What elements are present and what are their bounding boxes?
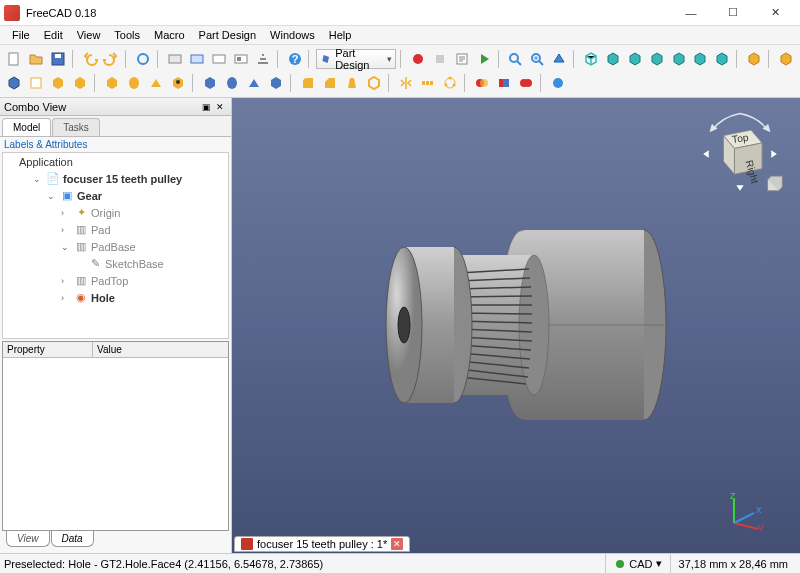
combo-view-panel: Combo View ▣ ✕ Model Tasks Labels & Attr…	[0, 98, 232, 553]
toolbar-button[interactable]	[209, 49, 229, 69]
viewport-tab-label: focuser 15 teeth pulley : 1*	[257, 538, 387, 550]
origin-icon: ✦	[74, 206, 88, 220]
svg-rect-12	[436, 55, 444, 63]
maximize-button[interactable]: ☐	[712, 2, 754, 24]
zoom-select-button[interactable]	[527, 49, 547, 69]
run-macro-button[interactable]	[474, 49, 494, 69]
3d-viewport[interactable]: Top Right z y x focuser 15 teeth pu	[232, 98, 800, 553]
menu-macro[interactable]: Macro	[148, 27, 191, 43]
view-right-button[interactable]	[647, 49, 667, 69]
app-logo-icon	[4, 5, 20, 21]
measure-button[interactable]	[744, 49, 764, 69]
tree-padtop[interactable]: ›▥PadTop	[59, 272, 228, 289]
map-sketch-button[interactable]	[70, 73, 90, 93]
record-macro-button[interactable]	[408, 49, 428, 69]
property-panel: Property Value View Data	[2, 341, 229, 551]
tree-body-gear[interactable]: ⌄▣Gear	[45, 187, 228, 204]
svg-point-3	[138, 54, 148, 64]
redo-button[interactable]	[101, 49, 121, 69]
undo-button[interactable]	[80, 49, 100, 69]
help-icon[interactable]: ?	[285, 49, 305, 69]
subtractive-loft-button[interactable]	[244, 73, 264, 93]
toolbar-button[interactable]	[187, 49, 207, 69]
tab-data[interactable]: Data	[51, 531, 94, 547]
refresh-button[interactable]	[133, 49, 153, 69]
panel-float-button[interactable]: ▣	[199, 100, 213, 114]
viewport-tab[interactable]: focuser 15 teeth pulley : 1* ✕	[234, 536, 410, 552]
pocket-button[interactable]	[200, 73, 220, 93]
thickness-button[interactable]	[364, 73, 384, 93]
open-file-button[interactable]	[26, 49, 46, 69]
toggle-part-button[interactable]	[776, 49, 796, 69]
tab-tasks[interactable]: Tasks	[52, 118, 100, 136]
groove-button[interactable]	[222, 73, 242, 93]
chamfer-button[interactable]	[320, 73, 340, 93]
svg-rect-6	[213, 55, 225, 63]
tab-model[interactable]: Model	[2, 118, 51, 136]
toolbar-button[interactable]	[165, 49, 185, 69]
hole-icon: ◉	[74, 291, 88, 305]
svg-rect-30	[503, 79, 509, 87]
boolean-button[interactable]	[472, 73, 492, 93]
fillet-button[interactable]	[298, 73, 318, 93]
tree-hole[interactable]: ›◉Hole	[59, 289, 228, 306]
new-body-button[interactable]	[4, 73, 24, 93]
menu-tools[interactable]: Tools	[108, 27, 146, 43]
stop-macro-button[interactable]	[430, 49, 450, 69]
draw-style-button[interactable]	[549, 49, 569, 69]
tree-origin[interactable]: ›✦Origin	[59, 204, 228, 221]
subtractive-hole-button[interactable]	[266, 73, 286, 93]
pad-button[interactable]	[102, 73, 122, 93]
zoom-fit-button[interactable]	[506, 49, 526, 69]
property-grid[interactable]: Property Value	[2, 341, 229, 531]
view-rear-button[interactable]	[669, 49, 689, 69]
title-bar: FreeCAD 0.18 — ☐ ✕	[0, 0, 800, 26]
save-button[interactable]	[48, 49, 68, 69]
tree-padbase[interactable]: ⌄▥PadBase	[59, 238, 228, 255]
viewport-tab-close[interactable]: ✕	[391, 538, 403, 550]
document-icon: 📄	[46, 172, 60, 186]
new-sketch-button[interactable]	[26, 73, 46, 93]
minimize-button[interactable]: —	[670, 2, 712, 24]
menu-windows[interactable]: Windows	[264, 27, 321, 43]
view-top-button[interactable]	[625, 49, 645, 69]
view-iso-button[interactable]	[581, 49, 601, 69]
menu-partdesign[interactable]: Part Design	[193, 27, 262, 43]
toolbar-button[interactable]	[231, 49, 251, 69]
loft-button[interactable]	[146, 73, 166, 93]
boolean-common-button[interactable]	[516, 73, 536, 93]
revolution-button[interactable]	[124, 73, 144, 93]
mirror-button[interactable]	[396, 73, 416, 93]
menu-help[interactable]: Help	[323, 27, 358, 43]
view-front-button[interactable]	[603, 49, 623, 69]
toolbar-button[interactable]	[253, 49, 273, 69]
view-left-button[interactable]	[712, 49, 732, 69]
polar-pattern-button[interactable]	[440, 73, 460, 93]
edit-sketch-button[interactable]	[48, 73, 68, 93]
navigation-cube[interactable]: Top Right	[694, 108, 786, 200]
close-button[interactable]: ✕	[754, 2, 796, 24]
menu-view[interactable]: View	[71, 27, 107, 43]
status-nav-indicator[interactable]: CAD ▾	[605, 554, 669, 573]
panel-close-button[interactable]: ✕	[213, 100, 227, 114]
tree-application[interactable]: Application	[17, 153, 228, 170]
macro-list-button[interactable]	[452, 49, 472, 69]
toolbar-button[interactable]	[548, 73, 568, 93]
tree-pad[interactable]: ›▥Pad	[59, 221, 228, 238]
svg-rect-2	[55, 54, 61, 58]
new-file-button[interactable]	[4, 49, 24, 69]
draft-button[interactable]	[342, 73, 362, 93]
menu-file[interactable]: File	[6, 27, 36, 43]
tab-view[interactable]: View	[6, 531, 50, 547]
boolean-cut-button[interactable]	[494, 73, 514, 93]
tree-sketchbase[interactable]: ✎SketchBase	[73, 255, 228, 272]
window-title: FreeCAD 0.18	[26, 7, 670, 19]
menu-edit[interactable]: Edit	[38, 27, 69, 43]
model-tree[interactable]: Application ⌄📄focuser 15 teeth pulley ⌄▣…	[2, 152, 229, 339]
view-bottom-button[interactable]	[690, 49, 710, 69]
hole-button[interactable]	[168, 73, 188, 93]
status-mode: CAD	[629, 558, 652, 570]
tree-document[interactable]: ⌄📄focuser 15 teeth pulley	[31, 170, 228, 187]
linear-pattern-button[interactable]	[418, 73, 438, 93]
workbench-selector[interactable]: Part Design	[316, 49, 396, 69]
